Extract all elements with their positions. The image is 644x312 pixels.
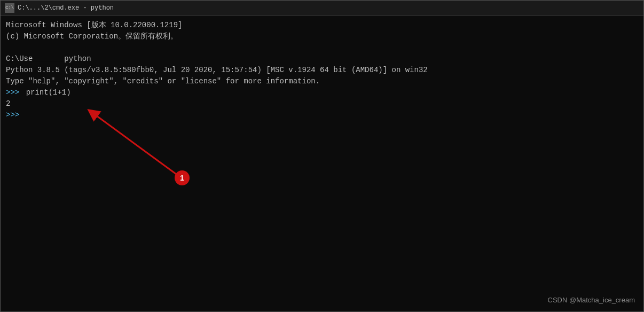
line-win-version: Microsoft Windows [版本 10.0.22000.1219] bbox=[6, 20, 638, 31]
empty-prompt-symbol: >>> bbox=[6, 110, 19, 121]
window-icon: C:\ bbox=[5, 3, 14, 13]
title-bar-text: C:\...\2\cmd.exe - python bbox=[18, 4, 639, 12]
prompt-command-line: >>> print(1+1) bbox=[6, 87, 638, 98]
line-blank1 bbox=[6, 42, 638, 53]
title-bar: C:\ C:\...\2\cmd.exe - python bbox=[1, 1, 643, 15]
terminal-window: C:\ C:\...\2\cmd.exe - python Microsoft … bbox=[0, 0, 644, 312]
empty-prompt-line: >>> bbox=[6, 110, 638, 121]
line-type-help: Type "help", "copyright", "credits" or "… bbox=[6, 76, 638, 87]
watermark: CSDN @Matcha_ice_cream bbox=[548, 295, 635, 306]
annotation-badge: 1 bbox=[175, 170, 190, 185]
line-user-path: C:\Use_______python bbox=[6, 53, 638, 65]
line-python-version: Python 3.8.5 (tags/v3.8.5:580fbb0, Jul 2… bbox=[6, 65, 638, 76]
command-text: print(1+1) bbox=[21, 87, 70, 98]
annotation-arrow bbox=[92, 113, 182, 178]
prompt-symbol: >>> bbox=[6, 87, 19, 98]
result-line: 2 bbox=[6, 98, 638, 110]
line-copyright: (c) Microsoft Corporation。保留所有权利。 bbox=[6, 31, 638, 42]
terminal-body[interactable]: Microsoft Windows [版本 10.0.22000.1219] (… bbox=[1, 15, 643, 311]
